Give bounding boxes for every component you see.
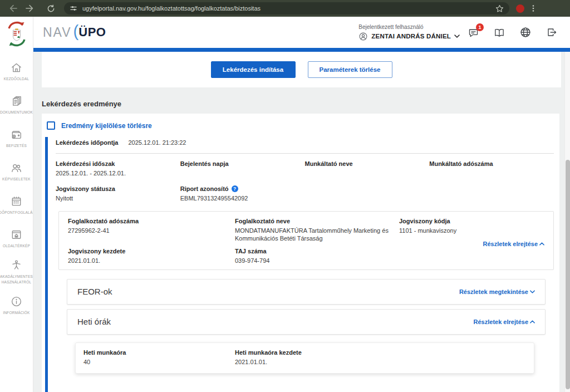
field-report-id: Riport azonosító? EBML793132495542092 — [180, 185, 305, 202]
field-taj-number: TAJ száma 039-974-794 — [235, 248, 399, 264]
query-form-card: Lekérdezés indítása Paraméterek törlése — [42, 52, 561, 87]
employment-details-box: Foglalkoztató adószáma 27295962-2-41 Fog… — [58, 211, 554, 270]
browser-forward-icon[interactable] — [26, 4, 35, 13]
handbook-icon[interactable] — [493, 27, 505, 38]
url-text[interactable]: ugyfelportal.nav.gov.hu/foglalkoztatotts… — [82, 5, 495, 12]
result-card: Eredmény kijelölése törlésre Lekérdezés … — [42, 114, 559, 392]
page-scrollbar[interactable] — [564, 52, 570, 392]
weekly-hours-title: Heti órák — [77, 317, 111, 326]
browser-profile-avatar[interactable] — [516, 4, 524, 13]
run-query-button[interactable]: Lekérdezés indítása — [211, 61, 296, 78]
weekly-hours-hide-link[interactable]: Részletek elrejtése — [474, 318, 535, 325]
divider — [56, 153, 554, 154]
user-avatar-icon — [358, 32, 368, 41]
field-employer-name: Munkáltató neve — [305, 160, 430, 177]
chevron-down-icon — [454, 35, 460, 38]
logo-upo-text: ÜPO — [78, 25, 106, 40]
field-weekly-hours: Heti munkaóra 40 — [83, 349, 235, 366]
sidebar-item-label: OLDALTÉRKÉP — [3, 243, 30, 248]
documents-icon — [10, 95, 23, 107]
user-block: Bejelentkezett felhasználó ZENTAI ANDRÁS… — [358, 24, 460, 41]
app-header: NAV(ÜPO Bejelentkezett felhasználó ZENTA… — [33, 17, 570, 48]
header-accent-bar — [33, 48, 570, 52]
logo-paren: ( — [73, 22, 79, 41]
feor-accordion: FEOR-ok Részletek megtekintése — [67, 279, 546, 305]
field-relation-code: Jogviszony kódja 1101 - munkaviszony — [399, 218, 544, 243]
wallet-icon — [10, 128, 23, 141]
sitemap-icon — [10, 228, 23, 241]
address-bar[interactable]: ugyfelportal.nav.gov.hu/foglalkoztatotts… — [64, 2, 509, 14]
field-period: Lekérdezési időszak 2025.12.01. - 2025.1… — [56, 160, 180, 177]
site-settings-icon[interactable] — [70, 4, 77, 12]
navupo-logo[interactable]: NAV(ÜPO — [43, 24, 106, 41]
sidebar-item-label: KÉPVISELETEK — [2, 177, 31, 182]
weekly-hours-accordion: Heti órák Részletek elrejtése — [67, 309, 546, 335]
sidebar-item-label: AKADÁLYMENTES HASZNÁLATRÓL — [0, 274, 33, 284]
sidebar-item-akadalymentes[interactable]: AKADÁLYMENTES HASZNÁLATRÓL — [0, 255, 33, 288]
sidebar-item-label: DOKUMENTUMOK — [0, 110, 33, 115]
feor-show-details-link[interactable]: Részletek megtekintése — [459, 288, 535, 295]
browser-back-icon[interactable] — [8, 4, 17, 13]
sidebar-item-idopontfoglalas[interactable]: IDŐPONTFOGLALÁS — [0, 188, 33, 222]
select-result-label[interactable]: Eredmény kijelölése törlésre — [61, 122, 152, 130]
weekly-hours-detail-card: Heti munkaóra 40 Heti munkaóra kezdete 2… — [75, 342, 534, 374]
messages-icon[interactable]: 1 — [468, 27, 479, 38]
calendar-icon — [10, 195, 23, 208]
sidebar-item-kepviseletek[interactable]: KÉPVISELETEK — [0, 155, 33, 188]
sidebar-item-dokumentumok[interactable]: DOKUMENTUMOK — [0, 88, 33, 121]
clear-params-button[interactable]: Paraméterek törlése — [308, 61, 392, 78]
info-icon — [10, 295, 23, 308]
chevron-down-icon — [530, 290, 535, 293]
messages-badge: 1 — [476, 23, 484, 31]
field-report-day: Bejelentés napja — [180, 160, 305, 177]
sidebar-item-kezdooldal[interactable]: KEZDŐOLDAL — [0, 55, 33, 88]
logout-icon[interactable] — [546, 26, 558, 38]
results-title: Lekérdezés eredménye — [42, 100, 570, 108]
browser-menu-icon[interactable] — [529, 4, 537, 12]
sidebar-item-label: KEZDŐOLDAL — [4, 76, 30, 81]
sidebar-item-label: BEFIZETÉS — [6, 143, 27, 148]
sidebar-item-informaciok[interactable]: INFORMÁCIÓK — [0, 288, 33, 322]
logo-nav-text: NAV — [43, 25, 72, 40]
bookmark-star-icon[interactable] — [495, 4, 504, 13]
field-weekly-hours-start: Heti munkaóra kezdete 2021.01.01. — [235, 349, 526, 366]
browser-chrome: ugyfelportal.nav.gov.hu/foglalkoztatotts… — [0, 0, 570, 17]
chevron-up-icon — [530, 320, 535, 324]
browser-reload-icon[interactable] — [47, 4, 55, 13]
logged-in-label: Bejelentkezett felhasználó — [358, 24, 460, 30]
accessibility-icon — [10, 259, 23, 272]
field-employer-taxid: Munkáltató adószáma — [429, 160, 554, 177]
home-icon — [10, 61, 23, 74]
sidebar-item-label: INFORMÁCIÓK — [3, 310, 30, 315]
field-employer-fullname: Foglalkoztató neve MONDATMANUFAKTÚRA Tar… — [235, 218, 399, 243]
main-content: Lekérdezés indítása Paraméterek törlése … — [33, 52, 570, 392]
sidebar: KEZDŐOLDAL DOKUMENTUMOK BEFIZETÉS KÉPVIS… — [0, 17, 33, 392]
nav-logo[interactable] — [4, 21, 29, 47]
help-icon[interactable]: ? — [232, 185, 238, 192]
sidebar-item-befizetes[interactable]: BEFIZETÉS — [0, 121, 33, 155]
field-relation-start: Jogviszony kezdete 2021.01.01. — [68, 248, 235, 264]
field-employer-taxno: Foglalkoztató adószáma 27295962-2-41 — [68, 218, 235, 243]
result-accent-bar — [45, 137, 48, 392]
sidebar-item-oldalterkep[interactable]: OLDALTÉRKÉP — [0, 222, 33, 255]
user-menu[interactable]: ZENTAI ANDRÁS DÁNIEL — [358, 32, 460, 41]
scrollbar-thumb[interactable] — [566, 160, 570, 389]
feor-title: FEOR-ok — [77, 287, 112, 296]
query-time-label: Lekérdezés időpontja — [56, 139, 118, 146]
user-name: ZENTAI ANDRÁS DÁNIEL — [371, 33, 451, 40]
language-icon[interactable] — [519, 26, 532, 38]
field-relation-status: Jogviszony státusza Nyitott — [56, 185, 180, 202]
select-result-checkbox[interactable] — [47, 121, 55, 130]
chevron-up-icon — [539, 242, 544, 246]
people-icon — [10, 161, 23, 174]
sidebar-item-label: IDŐPONTFOGLALÁS — [0, 210, 33, 215]
query-time-value: 2025.12.01. 21:23:22 — [128, 139, 186, 146]
hide-details-link[interactable]: Részletek elrejtése — [483, 241, 544, 247]
